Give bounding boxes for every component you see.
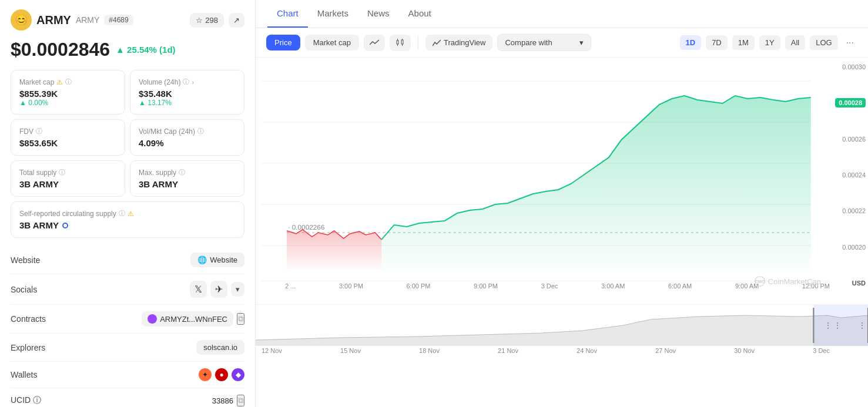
explorers-label: Explorers <box>11 343 45 352</box>
twitter-button[interactable]: 𝕏 <box>190 281 207 298</box>
star-icon: ☆ <box>196 16 203 25</box>
volume-value: $35.48K <box>139 89 236 99</box>
time-1m-button[interactable]: 1M <box>732 35 755 50</box>
fdv-card: FDV ⓘ $853.65K <box>11 119 125 156</box>
star-button[interactable]: ☆ 298 <box>190 13 224 28</box>
mini-x-label-1: 15 Nov <box>340 347 361 354</box>
market-cap-button[interactable]: Market cap <box>305 35 359 51</box>
contract-button[interactable]: ARMYZt...WNnFEC <box>142 311 233 327</box>
socials-dropdown-button[interactable]: ▾ <box>231 282 244 297</box>
website-value: 🌐 Website <box>190 253 244 267</box>
x-label-3: 9:00 PM <box>474 282 498 290</box>
mini-x-label-6: 30 Nov <box>734 347 755 354</box>
tab-markets[interactable]: Markets <box>308 0 358 28</box>
wallet-icon-1[interactable]: ✦ <box>199 368 212 381</box>
info-icon5: ⓘ <box>59 168 65 177</box>
mini-x-label-0: 12 Nov <box>262 347 282 354</box>
chart-toolbar: Price Market cap TradingView Compare wit… <box>256 28 868 58</box>
explorers-row: Explorers solscan.io <box>11 334 244 362</box>
ucid-row: UCID ⓘ 33886 ⧉ <box>11 388 244 407</box>
tab-news[interactable]: News <box>358 0 399 28</box>
time-1d-button[interactable]: 1D <box>680 35 702 50</box>
tab-chart[interactable]: Chart <box>267 0 308 28</box>
arrow-icon[interactable]: › <box>192 79 194 86</box>
token-identity: 😊 ARMY ARMY #4689 <box>11 9 133 31</box>
website-button[interactable]: 🌐 Website <box>190 253 244 267</box>
chart-area: · 0.0002266 2 ... 3:00 PM 6:00 PM 9:00 P… <box>256 58 868 407</box>
svg-text:⋮⋮: ⋮⋮ <box>823 321 842 330</box>
time-log-button[interactable]: LOG <box>810 35 837 50</box>
token-symbol: ARMY <box>76 15 99 25</box>
token-logo: 😊 <box>11 9 32 31</box>
ucid-value: 33886 ⧉ <box>212 395 244 406</box>
explorers-value: solscan.io <box>196 340 244 355</box>
telegram-button[interactable]: ✈ <box>210 281 227 298</box>
volume-change: ▲ 13.17% <box>139 99 236 107</box>
candle-chart-icon-button[interactable] <box>390 35 411 51</box>
toolbar-divider <box>418 36 418 50</box>
tab-about[interactable]: About <box>399 0 441 28</box>
more-options-button[interactable]: ··· <box>843 35 857 51</box>
wallets-label: Wallets <box>11 370 37 379</box>
time-1y-button[interactable]: 1Y <box>759 35 780 50</box>
mini-chart-svg: ⋮⋮ ⋮⋮ <box>256 305 868 346</box>
x-label-2: 6:00 PM <box>407 282 431 290</box>
mini-x-label-4: 24 Nov <box>577 347 597 354</box>
fdv-label: FDV ⓘ <box>19 127 116 136</box>
compare-with-button[interactable]: Compare with ▾ <box>497 34 591 51</box>
explorer-button[interactable]: solscan.io <box>196 340 244 355</box>
price-row: $0.0002846 ▲ 25.54% (1d) <box>11 39 244 60</box>
wallet-icon-3[interactable]: ◆ <box>232 368 244 381</box>
price-chart-svg: · 0.0002266 <box>262 58 830 281</box>
svg-text:⋮⋮: ⋮⋮ <box>857 321 868 330</box>
info-icon: ⓘ <box>65 78 72 86</box>
share-button[interactable]: ↗ <box>229 13 244 28</box>
price-button[interactable]: Price <box>266 35 300 51</box>
total-supply-card: Total supply ⓘ 3B ARMY <box>11 160 125 197</box>
socials-label: Socials <box>11 285 37 294</box>
max-supply-value: 3B ARMY <box>139 179 236 189</box>
mini-chart: ⋮⋮ ⋮⋮ 12 Nov 15 Nov 18 Nov 21 Nov 24 Nov… <box>256 304 868 357</box>
x-label-0: 2 ... <box>285 282 296 290</box>
line-chart-icon-button[interactable] <box>364 35 385 51</box>
time-all-button[interactable]: All <box>785 35 805 50</box>
socials-value: 𝕏 ✈ ▾ <box>190 281 244 298</box>
contracts-value: ARMYZt...WNnFEC ⧉ <box>142 311 244 327</box>
warning-icon2: ⚠ <box>128 210 134 218</box>
copy-ucid-button[interactable]: ⧉ <box>237 395 244 406</box>
info-icon3: ⓘ <box>36 127 42 136</box>
wallet-icon-2[interactable]: ● <box>215 368 228 381</box>
info-section: Website 🌐 Website Socials 𝕏 ✈ ▾ Contract… <box>11 246 244 407</box>
usd-label: USD <box>830 280 866 287</box>
max-supply-label: Max. supply ⓘ <box>139 168 236 177</box>
token-header: 😊 ARMY ARMY #4689 ☆ 298 ↗ <box>11 9 244 31</box>
star-count: 298 <box>205 16 218 25</box>
trading-view-button[interactable]: TradingView <box>425 35 493 51</box>
svg-text:· 0.0002266: · 0.0002266 <box>288 224 324 231</box>
volume-card: Volume (24h) ⓘ › $35.48K ▲ 13.17% <box>130 70 244 115</box>
x-axis: 2 ... 3:00 PM 6:00 PM 9:00 PM 3 Dec 3:00… <box>262 281 830 290</box>
time-7d-button[interactable]: 7D <box>706 35 728 50</box>
wallets-row: Wallets ✦ ● ◆ <box>11 362 244 388</box>
max-supply-card: Max. supply ⓘ 3B ARMY <box>130 160 244 197</box>
svg-text:CMC: CMC <box>755 279 765 284</box>
svg-rect-0 <box>397 41 398 44</box>
svg-rect-3 <box>401 40 403 44</box>
price-change: ▲ 25.54% (1d) <box>116 45 176 55</box>
contracts-label: Contracts <box>11 314 46 324</box>
info-icon8: ⓘ <box>33 395 41 405</box>
market-cap-card: Market cap ⚠ ⓘ $855.39K ▲ 0.00% <box>11 70 125 115</box>
vol-mkt-card: Vol/Mkt Cap (24h) ⓘ 4.09% <box>130 119 244 156</box>
total-supply-value: 3B ARMY <box>19 179 116 189</box>
mini-x-label-3: 21 Nov <box>498 347 518 354</box>
copy-contract-button[interactable]: ⧉ <box>237 313 244 325</box>
y-axis: 0.00030 0.00028 0.00026 0.00024 0.00022 … <box>830 58 868 304</box>
x-label-1: 3:00 PM <box>339 282 363 290</box>
circ-supply-card: Self-reported circulating supply ⓘ ⚠ 3B … <box>11 201 244 238</box>
market-cap-value: $855.39K <box>19 89 116 99</box>
current-price: $0.0002846 <box>11 39 110 60</box>
token-actions: ☆ 298 ↗ <box>190 13 244 28</box>
coinmarketcap-watermark: CMC CoinMarketCap <box>755 276 821 287</box>
volume-label: Volume (24h) ⓘ › <box>139 78 236 86</box>
chart-svg-container: · 0.0002266 2 ... 3:00 PM 6:00 PM 9:00 P… <box>256 58 830 304</box>
